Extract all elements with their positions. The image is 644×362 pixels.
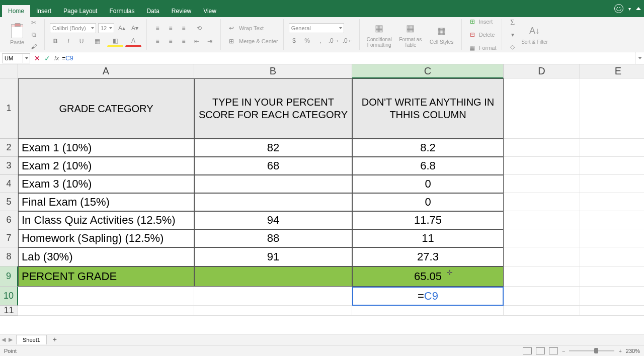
cell-A4[interactable]: Exam 3 (10%) xyxy=(18,175,194,193)
accept-formula-button[interactable]: ✓ xyxy=(42,54,52,62)
page-layout-view-button[interactable] xyxy=(536,347,545,354)
sheet-tab[interactable]: Sheet1 xyxy=(16,335,47,344)
cell-D10[interactable] xyxy=(504,287,580,306)
cell-D3[interactable] xyxy=(504,157,580,175)
cell-C11[interactable] xyxy=(352,306,504,316)
cell-C8[interactable]: 27.3 xyxy=(352,247,504,266)
cell-B3[interactable]: 68 xyxy=(194,157,352,175)
column-header-A[interactable]: A xyxy=(18,64,194,78)
cell-A11[interactable] xyxy=(18,306,194,316)
tab-page-layout[interactable]: Page Layout xyxy=(57,5,103,17)
fx-icon[interactable]: fx xyxy=(54,55,59,62)
cell-A5[interactable]: Final Exam (15%) xyxy=(18,193,194,211)
cell-B2[interactable]: 82 xyxy=(194,139,352,157)
sheet-nav-next[interactable]: ▶ xyxy=(7,336,14,343)
fill-button[interactable]: ▾ xyxy=(507,29,518,40)
align-middle-button[interactable]: ≡ xyxy=(165,23,176,34)
feedback-icon[interactable] xyxy=(614,4,623,13)
cell-styles-button[interactable]: ▦Cell Styles xyxy=(427,24,456,45)
cell-C3[interactable]: 6.8 xyxy=(352,157,504,175)
cell-E1[interactable] xyxy=(580,78,644,139)
add-sheet-button[interactable]: + xyxy=(50,336,60,344)
expand-formula-bar-button[interactable] xyxy=(635,52,644,64)
clear-button[interactable]: ◇ xyxy=(507,41,518,52)
cell-D1[interactable] xyxy=(504,78,580,139)
cell-C6[interactable]: 11.75 xyxy=(352,211,504,229)
cell-C2[interactable]: 8.2 xyxy=(352,139,504,157)
cut-button[interactable]: ✂ xyxy=(28,17,39,28)
sheet-nav-prev[interactable]: ◀ xyxy=(0,336,7,343)
cell-E4[interactable] xyxy=(580,175,644,193)
cell-B6[interactable]: 94 xyxy=(194,211,352,229)
bold-button[interactable]: B xyxy=(50,36,61,47)
cell-C9[interactable]: 65.05 xyxy=(352,266,504,287)
cell-E6[interactable] xyxy=(580,211,644,229)
wrap-text-button[interactable]: ↩ xyxy=(226,23,237,34)
cell-A10[interactable] xyxy=(18,287,194,306)
cell-A6[interactable]: In Class Quiz Activities (12.5%) xyxy=(18,211,194,229)
align-top-button[interactable]: ≡ xyxy=(152,23,163,34)
column-header-E[interactable]: E xyxy=(580,64,644,78)
currency-button[interactable]: $ xyxy=(289,35,300,46)
tab-home[interactable]: Home xyxy=(2,5,30,17)
cell-C10[interactable]: =C9 xyxy=(352,287,504,306)
autosum-button[interactable]: Σ xyxy=(507,17,518,28)
collapse-ribbon-icon[interactable] xyxy=(636,7,641,10)
cell-B11[interactable] xyxy=(194,306,352,316)
cell-B5[interactable] xyxy=(194,193,352,211)
cell-C4[interactable]: 0 xyxy=(352,175,504,193)
fill-color-button[interactable]: ◧ xyxy=(107,36,123,47)
normal-view-button[interactable] xyxy=(523,347,532,354)
formula-input[interactable]: =C9 xyxy=(61,55,635,62)
cell-D5[interactable] xyxy=(504,193,580,211)
zoom-in-button[interactable]: + xyxy=(618,348,621,354)
italic-button[interactable]: I xyxy=(63,36,74,47)
cell-A2[interactable]: Exam 1 (10%) xyxy=(18,139,194,157)
font-size-select[interactable]: 12 xyxy=(98,23,114,33)
cell-E11[interactable] xyxy=(580,306,644,316)
cell-E2[interactable] xyxy=(580,139,644,157)
row-header-10[interactable]: 10 xyxy=(0,287,18,306)
cell-D7[interactable] xyxy=(504,229,580,247)
border-button[interactable]: ▦ xyxy=(89,36,105,47)
cell-A8[interactable]: Lab (30%) xyxy=(18,247,194,266)
zoom-slider[interactable] xyxy=(569,350,614,351)
cell-D11[interactable] xyxy=(504,306,580,316)
align-right-button[interactable]: ≡ xyxy=(178,36,189,47)
row-header-4[interactable]: 4 xyxy=(0,175,18,193)
column-header-B[interactable]: B xyxy=(194,64,352,78)
name-box[interactable]: UM xyxy=(2,53,30,63)
cell-E3[interactable] xyxy=(580,157,644,175)
cell-D2[interactable] xyxy=(504,139,580,157)
spreadsheet-grid[interactable]: ABCDE 1234567891011 GRADE CATEGORYTYPE I… xyxy=(0,64,644,334)
tab-data[interactable]: Data xyxy=(140,5,165,17)
align-bottom-button[interactable]: ≡ xyxy=(178,23,189,34)
increase-indent-button[interactable]: ⇥ xyxy=(204,36,215,47)
font-color-button[interactable]: A xyxy=(125,36,141,47)
row-header-1[interactable]: 1 xyxy=(0,78,18,139)
decrease-decimal-button[interactable]: .0← xyxy=(342,35,354,46)
cell-B4[interactable] xyxy=(194,175,352,193)
format-cells-icon[interactable]: ▦ xyxy=(467,42,478,53)
merge-center-button[interactable]: ⊞ xyxy=(226,36,237,47)
decrease-font-button[interactable]: A▾ xyxy=(129,23,140,34)
cell-B9[interactable] xyxy=(194,266,352,287)
cell-D8[interactable] xyxy=(504,247,580,266)
decrease-indent-button[interactable]: ⇤ xyxy=(191,36,202,47)
column-header-C[interactable]: C xyxy=(352,64,504,78)
row-header-2[interactable]: 2 xyxy=(0,139,18,157)
cell-B1[interactable]: TYPE IN YOUR PERCENT SCORE FOR EACH CATE… xyxy=(194,78,352,139)
conditional-formatting-button[interactable]: ▦Conditional Formatting xyxy=(365,22,394,48)
underline-button[interactable]: U xyxy=(76,36,87,47)
zoom-level[interactable]: 230% xyxy=(626,348,640,354)
paste-icon[interactable] xyxy=(11,24,23,38)
cell-E10[interactable] xyxy=(580,287,644,306)
cell-B8[interactable]: 91 xyxy=(194,247,352,266)
row-header-11[interactable]: 11 xyxy=(0,306,18,316)
column-header-D[interactable]: D xyxy=(504,64,580,78)
select-all-corner[interactable] xyxy=(0,64,18,78)
cell-C7[interactable]: 11 xyxy=(352,229,504,247)
cell-E9[interactable] xyxy=(580,266,644,287)
comma-button[interactable]: , xyxy=(315,35,326,46)
cell-C5[interactable]: 0 xyxy=(352,193,504,211)
